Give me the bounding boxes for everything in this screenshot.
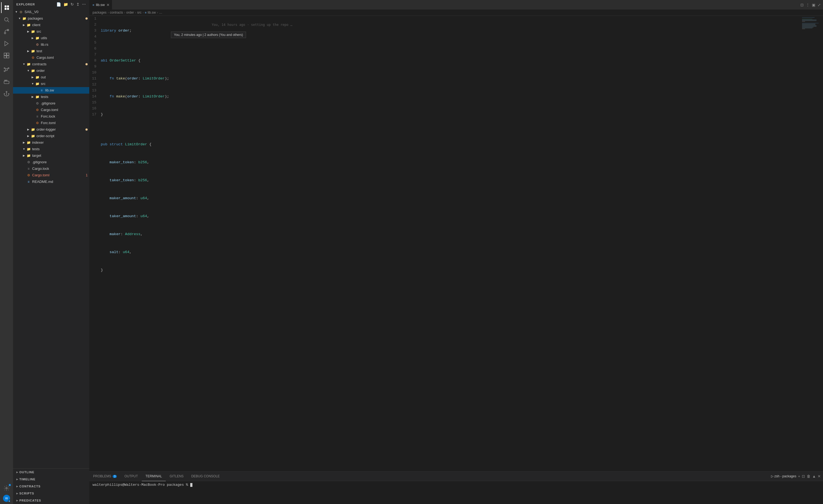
terminal-content[interactable]: walterphillips@Walters-MacBook-Pro packa… <box>89 481 823 504</box>
tree-item-lib-sw[interactable]: ▶ ≡ lib.sw <box>13 87 89 94</box>
tree-item-readme[interactable]: ▶ ≡ README.md <box>13 179 89 185</box>
more-actions-icon[interactable]: ⋯ <box>82 2 86 7</box>
new-file-icon[interactable]: 📄 <box>56 2 61 7</box>
folder-icon: ⊙ <box>18 9 23 15</box>
tab-output[interactable]: OUTPUT <box>121 472 142 481</box>
folder-icon: 📁 <box>26 146 31 152</box>
tree-item-cargo-client[interactable]: ▶ ⚙ Cargo.toml <box>13 54 89 61</box>
close-panel-icon[interactable]: ✕ <box>818 474 821 478</box>
run-icon[interactable] <box>1 38 12 49</box>
debug-console-label: DEBUG CONSOLE <box>191 474 220 478</box>
tab-terminal[interactable]: TERMINAL <box>142 472 166 481</box>
arrow-icon: ▶ <box>16 476 18 482</box>
settings-icon[interactable]: 1 <box>1 483 12 494</box>
sidebar-bottom: ▶ OUTLINE ▶ TIMELINE ▶ CONTRACTS ▶ SCRIP… <box>13 468 89 504</box>
tab-gitlens[interactable]: GITLENS <box>166 472 187 481</box>
search-icon[interactable] <box>1 14 12 25</box>
git-icon[interactable] <box>1 64 12 75</box>
tree-item-forc-toml[interactable]: ▶ ⚙ Forc.toml <box>13 120 89 126</box>
tree-item-order-script[interactable]: ▶ 📁 order-script <box>13 133 89 139</box>
more-options-icon[interactable]: ⋮ <box>806 3 810 7</box>
split-terminal-icon[interactable]: ⊡ <box>802 474 805 478</box>
svg-marker-8 <box>5 41 8 46</box>
tree-item-utils[interactable]: ▶ 📁 utils <box>13 35 89 41</box>
tree-item-sail-v0[interactable]: ▼ ⊙ SAIL_V0 <box>13 9 89 15</box>
anchor-icon[interactable] <box>1 88 12 99</box>
breadcrumb-sep: › <box>108 11 109 14</box>
svg-rect-11 <box>4 56 6 58</box>
extensions-icon[interactable] <box>1 50 12 61</box>
scripts-section[interactable]: ▶ SCRIPTS <box>13 490 89 497</box>
contracts-section[interactable]: ▶ CONTRACTS <box>13 483 89 490</box>
lock-icon: ≡ <box>35 114 40 120</box>
layout-icon[interactable]: ▣ <box>812 3 815 7</box>
tab-problems[interactable]: PROBLEMS 3 <box>89 472 121 481</box>
tree-item-cargo-lock[interactable]: ▶ ≡ Cargo.lock <box>13 165 89 172</box>
tree-item-order[interactable]: ▼ 📁 order <box>13 67 89 74</box>
tree-item-out[interactable]: ▶ 📁 out <box>13 74 89 80</box>
breadcrumb-contracts[interactable]: contracts <box>110 11 123 14</box>
svg-line-5 <box>8 21 9 22</box>
tree-item-tests-root[interactable]: ▼ 📁 tests <box>13 146 89 152</box>
tab-close-button[interactable]: ✕ <box>107 3 110 7</box>
breadcrumb-src[interactable]: src <box>137 11 142 14</box>
trash-icon[interactable]: 🗑 <box>807 474 811 478</box>
collapse-all-icon[interactable]: ↥ <box>76 2 80 7</box>
tree-item-label: src <box>36 29 89 34</box>
arrow-icon: ▼ <box>17 15 22 21</box>
tree-item-target[interactable]: ▶ 📁 target <box>13 152 89 159</box>
outline-section[interactable]: ▶ OUTLINE <box>13 469 89 476</box>
tree-item-tests-order[interactable]: ▶ 📁 tests <box>13 94 89 100</box>
breadcrumb-libsw[interactable]: lib.sw <box>148 11 156 14</box>
code-editor[interactable]: 1 2 3 4 5 6 7 8 9 10 11 12 13 14 15 16 1… <box>89 16 823 471</box>
add-terminal-icon[interactable]: + <box>798 474 800 478</box>
tree-item-src-order[interactable]: ▼ 📁 src <box>13 80 89 87</box>
terminal-prompt: walterphillips@Walters-MacBook-Pro packa… <box>93 483 190 487</box>
tree-item-indexer[interactable]: ▶ 📁 indexer <box>13 139 89 146</box>
tree-item-label: Forc.toml <box>41 120 89 126</box>
modified-dot <box>86 17 88 20</box>
tab-debug-console[interactable]: DEBUG CONSOLE <box>187 472 224 481</box>
breadcrumb-order[interactable]: order <box>126 11 134 14</box>
code-line-4: fn take(order: LimitOrder); <box>101 76 796 81</box>
tree-item-src-client[interactable]: ▶ 📁 src <box>13 28 89 35</box>
tree-item-packages[interactable]: ▼ 📁 packages <box>13 15 89 22</box>
breadcrumb-libsw-icon: ≡ <box>145 11 146 14</box>
predicates-section[interactable]: ▶ PREDICATES <box>13 497 89 504</box>
problems-badge: 3 <box>113 475 117 478</box>
tree-item-client[interactable]: ▶ 📁 client <box>13 22 89 28</box>
breadcrumb-ellipsis[interactable]: … <box>159 11 162 14</box>
maximize-icon[interactable]: ⤢ <box>818 3 821 7</box>
tree-item-forc-lock[interactable]: ▶ ≡ Forc.lock <box>13 113 89 120</box>
tab-lib-sw[interactable]: ≡ lib.sw ✕ <box>89 0 112 10</box>
timeline-section[interactable]: ▶ TIMELINE <box>13 476 89 483</box>
arrow-icon: ▶ <box>16 483 18 489</box>
activity-bar: 1 W 1 <box>0 0 13 504</box>
new-folder-icon[interactable]: 📁 <box>63 2 68 7</box>
source-control-icon[interactable] <box>1 26 12 37</box>
toml-err-icon: ⚙ <box>26 172 31 178</box>
tree-item-cargo-toml-root[interactable]: ▶ ⚙ Cargo.toml 1 <box>13 172 89 179</box>
tree-item-test[interactable]: ▶ 📁 test <box>13 48 89 54</box>
breadcrumb-packages[interactable]: packages <box>93 11 107 14</box>
tree-item-lib-rs[interactable]: ▶ ⚙ lib.rs <box>13 41 89 48</box>
tree-item-label: order-logger <box>36 127 86 133</box>
user-avatar[interactable]: W 1 <box>3 495 10 502</box>
tree-item-gitignore-root[interactable]: ▶ ⚙ .gitignore <box>13 159 89 165</box>
tree-item-order-logger[interactable]: ▶ 📁 order-logger <box>13 126 89 133</box>
tree-item-label: Cargo.lock <box>32 166 89 172</box>
refresh-icon[interactable]: ↻ <box>70 2 74 7</box>
terminal-instance-icon: ▷ zsh - packages <box>771 474 796 478</box>
section-label: TIMELINE <box>19 476 35 482</box>
explorer-icon[interactable] <box>1 2 12 13</box>
tree-item-cargo-order[interactable]: ▶ ⚙ Cargo.toml <box>13 107 89 113</box>
tree-item-contracts[interactable]: ▼ 📁 contracts <box>13 61 89 67</box>
split-editor-icon[interactable]: ⊡ <box>800 3 804 7</box>
docker-icon[interactable] <box>1 76 12 87</box>
folder-icon: 📁 <box>30 48 35 54</box>
output-label: OUTPUT <box>124 474 138 478</box>
maximize-panel-icon[interactable]: ▲ <box>812 474 816 478</box>
svg-rect-22 <box>6 80 7 81</box>
arrow-icon: ▶ <box>26 29 30 34</box>
tree-item-gitignore-order[interactable]: ▶ ⚙ .gitignore <box>13 100 89 107</box>
